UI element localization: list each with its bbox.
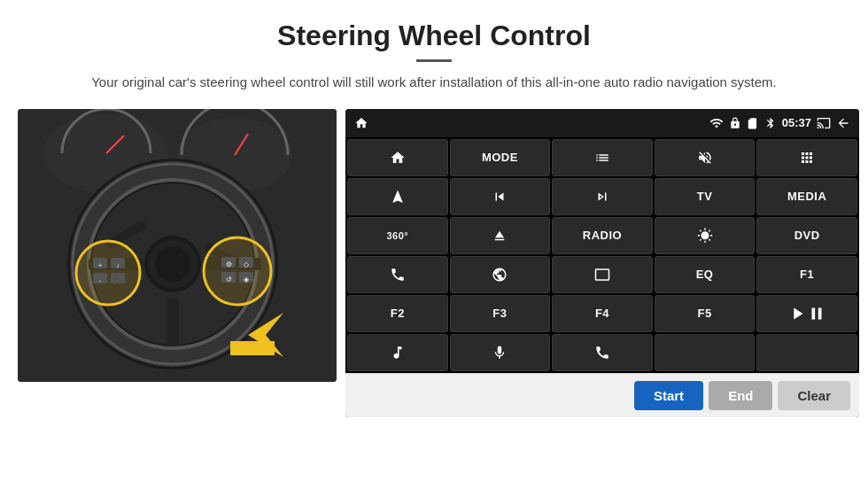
wifi-icon	[709, 116, 724, 130]
svg-text:+: +	[98, 261, 103, 269]
steering-wheel-image: + ♪ - 📞 ⚙ ◇ ↺ ◈	[18, 109, 337, 382]
list-btn[interactable]	[552, 139, 653, 176]
svg-text:◇: ◇	[244, 260, 250, 268]
360cam-btn[interactable]: 360°	[347, 217, 448, 254]
callend-btn[interactable]	[552, 334, 653, 371]
music-btn[interactable]	[347, 334, 448, 371]
start-button[interactable]: Start	[634, 381, 703, 410]
svg-text:↺: ↺	[226, 276, 232, 284]
status-bar: 05:37	[345, 109, 859, 137]
browser-btn[interactable]	[450, 256, 551, 293]
f2-btn[interactable]: F2	[347, 295, 448, 332]
mic-btn[interactable]	[450, 334, 551, 371]
empty-btn-2[interactable]	[756, 334, 857, 371]
f4-btn[interactable]: F4	[552, 295, 653, 332]
phone-btn[interactable]	[347, 256, 448, 293]
lock-icon	[729, 117, 741, 129]
clear-button[interactable]: Clear	[778, 381, 850, 410]
home-btn[interactable]	[347, 139, 448, 176]
page-title: Steering Wheel Control	[0, 0, 868, 52]
button-grid: MODE TV MEDIA 360°	[345, 137, 859, 373]
playpause-btn[interactable]	[756, 295, 857, 332]
svg-point-17	[76, 241, 140, 305]
svg-text:◈: ◈	[244, 276, 250, 284]
bluetooth-icon	[764, 117, 777, 129]
next-btn[interactable]	[552, 178, 653, 215]
empty-btn-1[interactable]	[655, 334, 756, 371]
mode-btn[interactable]: MODE	[450, 139, 551, 176]
tv-btn[interactable]: TV	[655, 178, 756, 215]
svg-text:⚙: ⚙	[226, 260, 232, 268]
f1-btn[interactable]: F1	[756, 256, 857, 293]
screen-btn[interactable]	[552, 256, 653, 293]
sim-icon	[747, 117, 759, 129]
radio-btn[interactable]: RADIO	[552, 217, 653, 254]
brightness-btn[interactable]	[655, 217, 756, 254]
prev-btn[interactable]	[450, 178, 551, 215]
home-status-icon	[354, 116, 368, 130]
media-btn[interactable]: MEDIA	[756, 178, 857, 215]
mute-btn[interactable]	[655, 139, 756, 176]
svg-point-26	[204, 237, 271, 305]
svg-point-16	[155, 246, 190, 282]
subtitle: Your original car's steering wheel contr…	[0, 73, 868, 93]
svg-rect-11	[167, 298, 179, 346]
apps-btn[interactable]	[756, 139, 857, 176]
svg-rect-36	[230, 341, 275, 355]
android-panel: 05:37 MODE	[345, 109, 859, 417]
back-icon	[836, 116, 850, 130]
dvd-btn[interactable]: DVD	[756, 217, 857, 254]
svg-text:♪: ♪	[116, 262, 120, 268]
svg-text:📞: 📞	[113, 276, 122, 284]
title-underline	[416, 59, 452, 62]
eject-btn[interactable]	[450, 217, 551, 254]
status-bar-left	[354, 116, 368, 130]
bottom-bar: Start End Clear	[345, 373, 859, 417]
status-bar-right: 05:37	[709, 116, 850, 130]
time-display: 05:37	[782, 116, 811, 129]
f5-btn[interactable]: F5	[655, 295, 756, 332]
eq-btn[interactable]: EQ	[655, 256, 756, 293]
f3-btn[interactable]: F3	[450, 295, 551, 332]
svg-text:-: -	[99, 276, 102, 284]
nav-btn[interactable]	[347, 178, 448, 215]
end-button[interactable]: End	[709, 381, 772, 410]
cast-icon	[817, 116, 831, 130]
content-area: + ♪ - 📞 ⚙ ◇ ↺ ◈	[0, 109, 868, 417]
